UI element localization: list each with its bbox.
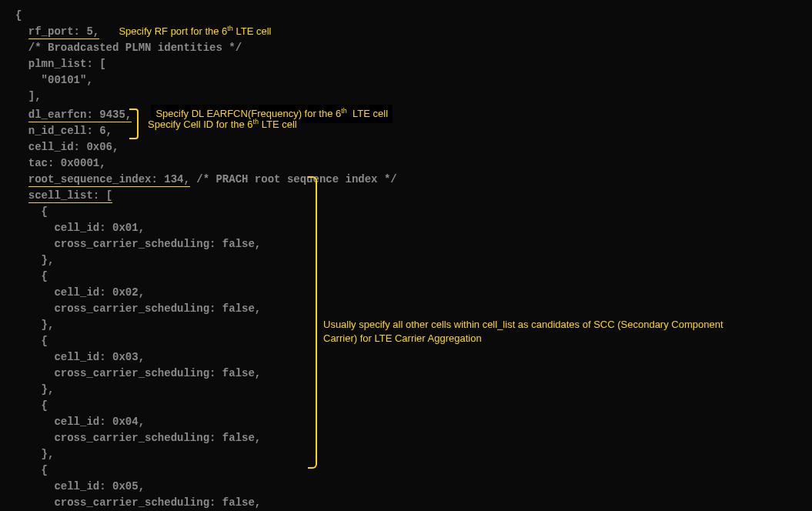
- code-line: cell_id: 0x03,: [15, 349, 797, 366]
- code-line-rfport: rf_port: 5, Specify RF port for the 6th …: [15, 24, 797, 40]
- code-line-scell-open: scell_list: [: [15, 188, 797, 204]
- code-line-tac: tac: 0x0001,: [15, 155, 797, 172]
- code-line: cross_carrier_scheduling: false,: [15, 366, 797, 382]
- code-line-plmn-close: ],: [15, 89, 797, 105]
- code-line: {: [15, 204, 797, 220]
- code-line: cross_carrier_scheduling: false,: [15, 236, 797, 252]
- annotation-cellid: Specify Cell ID for the 6th LTE cell: [148, 117, 297, 132]
- code-line: cross_carrier_scheduling: false,: [15, 495, 797, 511]
- code-line: },: [15, 252, 797, 269]
- dl-earfcn-text: dl_earfcn: 9435,: [28, 109, 132, 122]
- bracket-scell: [308, 176, 317, 469]
- code-line-plmn-comment: /* Broadcasted PLMN identities */: [15, 40, 797, 56]
- code-line: },: [15, 382, 797, 398]
- code-line-plmn-open: plmn_list: [: [15, 56, 797, 72]
- code-line: {: [15, 463, 797, 479]
- bracket-cellid: [129, 109, 139, 139]
- code-line: cross_carrier_scheduling: false,: [15, 430, 797, 446]
- annotation-scell: Usually specify all other cells within c…: [323, 318, 754, 345]
- code-line: },: [15, 446, 797, 463]
- code-line: cross_carrier_scheduling: false,: [15, 301, 797, 317]
- scell-list-text: scell_list: [: [28, 189, 112, 203]
- code-line-open: {: [15, 8, 797, 24]
- annotation-rfport: Specify RF port for the 6th LTE cell: [119, 24, 271, 39]
- code-line: {: [15, 269, 797, 285]
- root-seq-text: root_sequence_index: 134,: [28, 173, 190, 187]
- code-line: cell_id: 0x05,: [15, 479, 797, 495]
- code-line-plmn-val: "00101",: [15, 72, 797, 89]
- code-line: cell_id: 0x02,: [15, 285, 797, 301]
- code-line: cell_id: 0x04,: [15, 414, 797, 430]
- code-line: {: [15, 398, 797, 414]
- code-line: cell_id: 0x01,: [15, 220, 797, 236]
- code-line-rootseq: root_sequence_index: 134, /* PRACH root …: [15, 172, 797, 188]
- code-line-cellid: cell_id: 0x06,: [15, 139, 797, 155]
- rf-port-text: rf_port: 5,: [28, 25, 99, 39]
